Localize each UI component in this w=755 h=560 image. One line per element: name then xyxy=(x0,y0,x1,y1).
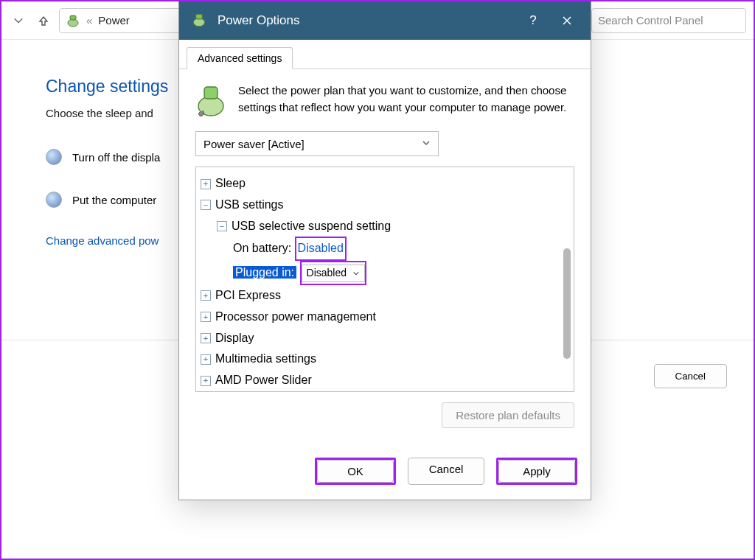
plugged-in-value: Disabled xyxy=(307,264,347,282)
tree-node-display[interactable]: +Display xyxy=(201,328,569,349)
dialog-title-icon xyxy=(191,12,207,30)
dialog-content: Select the power plan that you want to c… xyxy=(179,69,591,443)
turn-off-display-label: Turn off the displa xyxy=(72,151,160,164)
tree-node-usb-selective-suspend[interactable]: −USB selective suspend setting xyxy=(201,216,569,237)
chevron-down-icon xyxy=(352,270,360,277)
power-plan-selected: Power saver [Active] xyxy=(203,138,305,150)
back-dropdown-icon[interactable] xyxy=(9,11,28,30)
apply-button[interactable]: Apply xyxy=(498,460,575,483)
expand-icon[interactable]: + xyxy=(201,376,211,386)
search-placeholder: Search Control Panel xyxy=(598,14,703,27)
dialog-button-row: OK Cancel Apply xyxy=(179,458,591,500)
display-icon xyxy=(46,149,62,165)
intro-text: Select the power plan that you want to c… xyxy=(238,83,574,118)
bg-cancel-button[interactable]: Cancel xyxy=(654,364,728,388)
power-plan-dropdown[interactable]: Power saver [Active] xyxy=(195,131,439,156)
on-battery-label: On battery: xyxy=(233,242,291,254)
tree-node-pci-express[interactable]: +PCI Express xyxy=(201,285,569,307)
highlight-box: OK xyxy=(315,458,396,485)
expand-icon[interactable]: + xyxy=(201,290,211,301)
intro-row: Select the power plan that you want to c… xyxy=(195,83,574,118)
svg-rect-1 xyxy=(70,15,76,20)
ok-button[interactable]: OK xyxy=(317,460,394,483)
breadcrumb-item[interactable]: Power xyxy=(98,14,130,27)
highlight-box: Apply xyxy=(496,458,577,485)
tree-node-plugged-in[interactable]: Plugged in: Disabled xyxy=(201,261,569,285)
breadcrumb-separator: « xyxy=(86,14,92,27)
restore-plan-defaults-button[interactable]: Restore plan defaults xyxy=(442,402,574,428)
tree-node-usb-settings[interactable]: −USB settings xyxy=(201,195,569,216)
tree-node-on-battery[interactable]: On battery: Disabled xyxy=(201,237,569,261)
cancel-button[interactable]: Cancel xyxy=(408,458,484,485)
tree-node-sleep[interactable]: +Sleep xyxy=(201,173,569,195)
on-battery-value[interactable]: Disabled xyxy=(298,242,344,254)
expand-icon[interactable]: + xyxy=(201,179,211,189)
tree-node-switchable-graphics[interactable]: +Switchable Dynamic Graphics xyxy=(201,391,569,392)
expand-icon[interactable]: + xyxy=(201,354,211,365)
dialog-titlebar[interactable]: Power Options ? xyxy=(179,1,591,40)
tree-node-amd-power-slider[interactable]: +AMD Power Slider xyxy=(201,370,569,391)
tree-node-multimedia[interactable]: +Multimedia settings xyxy=(201,349,569,370)
close-button[interactable] xyxy=(555,9,579,32)
scrollbar-thumb[interactable] xyxy=(563,248,571,359)
svg-rect-5 xyxy=(204,87,218,99)
chevron-down-icon xyxy=(422,139,431,150)
up-button-icon[interactable] xyxy=(34,11,53,30)
sleep-label: Put the computer xyxy=(72,194,156,206)
plugged-in-value-dropdown[interactable]: Disabled xyxy=(302,265,365,282)
dialog-title: Power Options xyxy=(218,13,511,28)
dialog-tab-strip: Advanced settings xyxy=(179,40,591,69)
svg-rect-3 xyxy=(196,14,203,19)
highlight-box: Disabled xyxy=(300,261,366,285)
power-options-icon xyxy=(66,13,80,28)
power-options-advanced-dialog: Power Options ? Advanced settings Select… xyxy=(178,1,591,500)
search-input[interactable]: Search Control Panel xyxy=(591,8,746,33)
expand-icon[interactable]: + xyxy=(201,333,211,343)
tree-node-processor-power-management[interactable]: +Processor power management xyxy=(201,307,569,328)
collapse-icon[interactable]: − xyxy=(201,200,211,210)
sleep-icon xyxy=(46,192,62,208)
expand-icon[interactable]: + xyxy=(201,312,211,322)
power-plan-icon xyxy=(195,83,226,118)
plugged-in-label: Plugged in: xyxy=(233,266,296,279)
tab-advanced-settings[interactable]: Advanced settings xyxy=(187,47,293,69)
help-button[interactable]: ? xyxy=(521,9,545,32)
highlight-box: Disabled xyxy=(295,237,347,261)
settings-tree[interactable]: +Sleep −USB settings −USB selective susp… xyxy=(195,167,574,392)
collapse-icon[interactable]: − xyxy=(217,221,227,231)
